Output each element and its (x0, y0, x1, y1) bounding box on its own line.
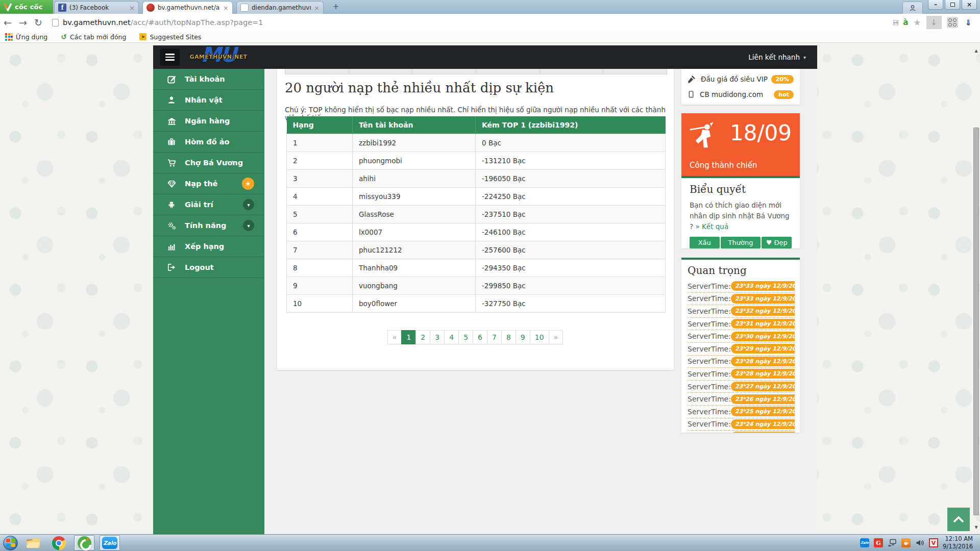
sidebar-item-label: Giải trí (185, 201, 213, 209)
table-row: 10 boy0flower -327750 Bạc (287, 294, 666, 312)
quick-links-menu[interactable]: Liên kết nhanh ▾ (748, 45, 806, 69)
page-button[interactable]: 2 (415, 330, 430, 344)
back-button[interactable]: ← (0, 17, 15, 28)
sidebar-item-label: Xếp hạng (185, 242, 224, 251)
tab-gamethuvn[interactable]: bv.gamethuvn.net/acc/#a × (142, 1, 233, 14)
bookmarks-bar: Ứng dụng ↺ Các tab mới đóng ➤ Suggested … (0, 31, 980, 43)
profile-button[interactable] (902, 2, 923, 14)
password-key-icon[interactable]: ⚿ (891, 20, 899, 26)
servertime-list: ServerTime: 23ʰ33 ngày 12/9/2016 ServerT… (688, 280, 795, 433)
site-logo[interactable]: MU GAMETHUVN.NET (185, 46, 252, 68)
bookmark-apps[interactable]: Ứng dụng (5, 33, 47, 41)
page-button[interactable]: 5 (458, 330, 473, 344)
bank-icon (166, 117, 177, 126)
tab-facebook[interactable]: f (3) Facebook × (54, 1, 139, 14)
bookmark-label: Ứng dụng (16, 33, 47, 41)
restore-button[interactable] (945, 0, 960, 10)
page-button[interactable]: 6 (473, 330, 487, 344)
bookmark-recent-tabs[interactable]: ↺ Các tab mới đóng (61, 33, 126, 41)
hidden-tab-stubs (285, 69, 667, 74)
address-bar[interactable]: bv.gamethuvn.net/acc/#auth/topNapThe.asp… (48, 16, 947, 29)
restore-icon (950, 3, 955, 7)
close-button[interactable]: × (962, 0, 977, 10)
page-button[interactable]: » (549, 330, 564, 344)
poll-option-thuong[interactable]: Thường (721, 237, 761, 248)
sidebar-item-nap-the[interactable]: Nạp thẻ ★ (153, 173, 264, 194)
tab-close-icon[interactable]: × (314, 5, 320, 11)
downloads-icon[interactable]: ⇓ (965, 18, 972, 28)
gap-cell: -327750 Bạc (476, 294, 666, 312)
page-button[interactable]: 9 (516, 330, 530, 344)
sidebar-item-xep-hang[interactable]: Xếp hạng (153, 236, 264, 257)
start-button[interactable] (3, 536, 18, 550)
tab-diendan[interactable]: diendan.gamethuvn.net/t × (236, 1, 324, 14)
chevron-down-icon[interactable]: ▾ (243, 220, 254, 231)
page-button[interactable]: 3 (430, 330, 445, 344)
quick-link-mudidong[interactable]: CB mudidong.com hot (681, 87, 800, 102)
sidebar-item-cho-ba-vuong[interactable]: Chợ Bá Vương (153, 153, 264, 173)
new-tab-button[interactable]: + (329, 3, 342, 12)
chevron-down-icon[interactable]: ▾ (243, 199, 254, 210)
sidebar: Tài khoản Nhân vật Ngân hàng Hòm đồ ảo C… (153, 69, 264, 534)
tab-title: diendan.gamethuvn.net/t (252, 4, 311, 11)
account-cell: boy0flower (353, 294, 476, 312)
bookmark-suggested-sites[interactable]: ➤ Suggested Sites (139, 33, 201, 41)
quick-link-auction[interactable]: Đấu giá đồ siêu VIP 20% (681, 71, 800, 87)
servertime-label: ServerTime: (688, 383, 731, 391)
tab-close-icon[interactable]: × (223, 5, 229, 11)
reload-button[interactable]: ↻ (31, 17, 46, 28)
column-header-gap: Kém TOP 1 (zzbibi1992) (476, 116, 666, 134)
poll-option-dep[interactable]: ♥ Đẹp (762, 237, 792, 248)
poll-option-xau[interactable]: Xấu (690, 237, 720, 248)
rank-cell: 3 (287, 169, 353, 187)
site-favicon (146, 4, 155, 12)
servertime-value-badge: 23ʰ26 ngày 12/9/2016 (731, 394, 795, 404)
sidebar-item-giai-tri[interactable]: Giải trí ▾ (153, 194, 264, 215)
scroll-to-top-button[interactable] (947, 508, 970, 531)
download-indicator-button[interactable]: ↓ (926, 16, 942, 29)
vertical-scrollbar[interactable]: ▲ ▼ (972, 43, 980, 534)
tab-close-icon[interactable]: × (129, 5, 135, 11)
network-icon[interactable] (888, 538, 897, 547)
facebook-icon: f (58, 4, 66, 12)
sidebar-item-ngan-hang[interactable]: Ngân hàng (153, 111, 264, 132)
sidebar-item-nhan-vat[interactable]: Nhân vật (153, 90, 264, 111)
sidebar-item-hom-do-ao[interactable]: Hòm đồ ảo (153, 132, 264, 153)
vietnamese-input-icon[interactable]: à (903, 18, 908, 27)
taskbar-explorer[interactable] (23, 535, 43, 550)
vietkey-icon[interactable]: V (929, 538, 938, 547)
taskbar-chrome[interactable] (48, 535, 69, 550)
minimize-button[interactable]: – (928, 0, 943, 10)
taskbar-clock[interactable]: 12:10 AM 9/13/2016 (943, 535, 975, 550)
scrollbar-up-arrow[interactable]: ▲ (972, 47, 980, 55)
event-banner[interactable]: 18/09 Công thành chiến (681, 113, 800, 176)
android-icon (166, 201, 177, 209)
page-button[interactable]: 10 (530, 330, 549, 344)
scrollbar-down-arrow[interactable]: ▼ (972, 523, 980, 531)
scrollbar-thumb[interactable] (973, 128, 979, 515)
user-icon (909, 5, 916, 12)
java-icon[interactable] (901, 538, 911, 547)
tray-zalo-icon[interactable]: Zalo (860, 538, 869, 547)
taskbar-zalo[interactable]: Zalo (100, 535, 120, 550)
folder-icon (26, 536, 41, 549)
extensions-grid-icon[interactable] (947, 17, 958, 28)
taskbar-coccoc[interactable] (74, 535, 94, 550)
page-button[interactable]: 4 (444, 330, 459, 344)
servertime-row: ServerTime: 23ʰ31 ngày 12/9/2016 (688, 318, 795, 331)
menu-toggle-button[interactable] (160, 48, 180, 66)
sidebar-item-logout[interactable]: Logout (153, 257, 264, 278)
coccoc-logo[interactable]: cốc cốc (0, 0, 53, 14)
bookmark-star-icon[interactable]: ★ (913, 17, 921, 28)
forward-button[interactable]: → (15, 17, 31, 28)
poll-result-link[interactable]: » Kết quả (695, 222, 728, 231)
sidebar-item-tinh-nang[interactable]: Tính năng ▾ (153, 215, 264, 236)
sidebar-item-tai-khoan[interactable]: Tài khoản (153, 69, 264, 90)
page-button[interactable]: « (387, 330, 402, 344)
volume-icon[interactable] (915, 538, 924, 547)
page-button[interactable]: 1 (401, 330, 416, 344)
caret-down-icon: ▾ (803, 55, 806, 60)
page-button[interactable]: 8 (501, 330, 516, 344)
page-button[interactable]: 7 (487, 330, 502, 344)
tray-g-icon[interactable]: G (874, 538, 883, 547)
